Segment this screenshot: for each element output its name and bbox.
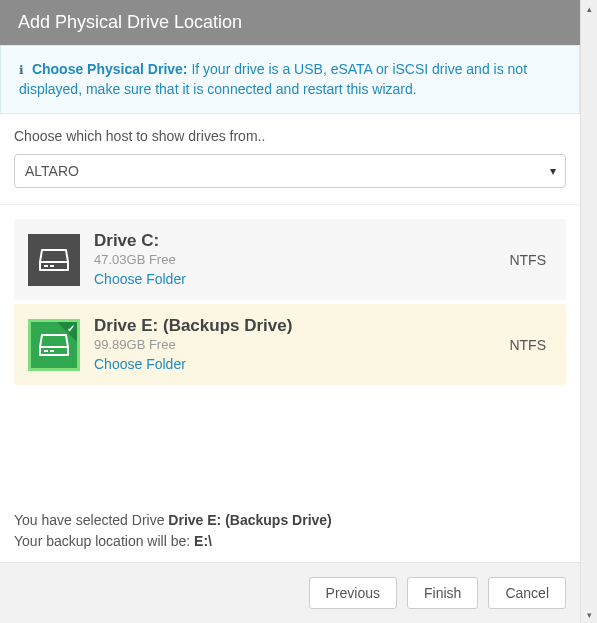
finish-button[interactable]: Finish <box>407 577 478 609</box>
svg-rect-4 <box>44 350 48 352</box>
cancel-button[interactable]: Cancel <box>488 577 566 609</box>
info-banner: ℹ Choose Physical Drive: If your drive i… <box>0 45 580 114</box>
drive-free-space: 47.03GB Free <box>94 252 495 267</box>
scroll-up-icon[interactable]: ▴ <box>581 0 597 17</box>
svg-rect-5 <box>50 350 54 352</box>
choose-folder-link[interactable]: Choose Folder <box>94 356 186 372</box>
drive-free-space: 99.89GB Free <box>94 337 495 352</box>
svg-rect-2 <box>50 265 54 267</box>
info-icon: ℹ <box>19 63 24 77</box>
drive-filesystem: NTFS <box>509 252 546 268</box>
check-icon: ✓ <box>67 323 75 334</box>
divider <box>0 204 580 205</box>
previous-button[interactable]: Previous <box>309 577 397 609</box>
choose-folder-link[interactable]: Choose Folder <box>94 271 186 287</box>
drive-row[interactable]: Drive C: 47.03GB Free Choose Folder NTFS <box>14 219 566 300</box>
hdd-icon <box>38 248 70 272</box>
drive-filesystem: NTFS <box>509 337 546 353</box>
dialog-title: Add Physical Drive Location <box>0 0 580 45</box>
scrollbar-vertical[interactable]: ▴ ▾ <box>580 0 597 623</box>
dialog-footer: Previous Finish Cancel <box>0 562 580 623</box>
banner-heading: Choose Physical Drive: <box>32 61 188 77</box>
selection-summary: You have selected Drive Drive E: (Backup… <box>14 510 566 562</box>
drive-icon: ✓ <box>28 319 80 371</box>
drive-icon <box>28 234 80 286</box>
svg-rect-1 <box>44 265 48 267</box>
scroll-down-icon[interactable]: ▾ <box>581 606 597 623</box>
drive-row[interactable]: ✓ Drive E: (Backups Drive) 99.89GB Free … <box>14 304 566 385</box>
drive-name: Drive E: (Backups Drive) <box>94 316 495 336</box>
host-select[interactable]: ALTARO <box>14 154 566 188</box>
drive-list: Drive C: 47.03GB Free Choose Folder NTFS… <box>14 219 566 389</box>
host-label: Choose which host to show drives from.. <box>14 128 566 144</box>
drive-name: Drive C: <box>94 231 495 251</box>
